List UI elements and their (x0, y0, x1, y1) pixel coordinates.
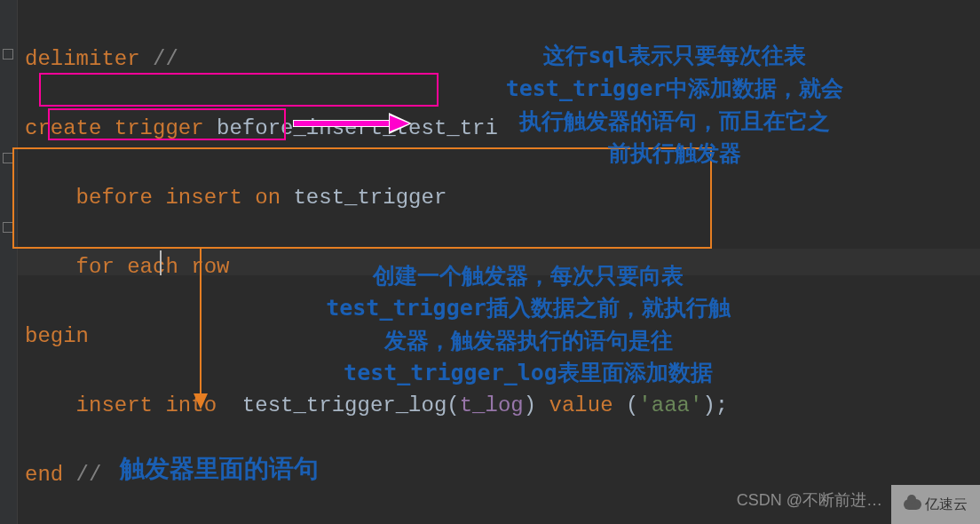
annotation-trigger-statement: 触发器里面的语句 (120, 453, 319, 485)
keyword-value: value (536, 393, 626, 417)
comment: // (63, 463, 101, 487)
keyword-delimiter: delimiter (25, 47, 140, 71)
gutter (0, 0, 18, 524)
string-literal: 'aaa' (638, 393, 702, 417)
annotation-sql-explanation: 这行sql表示只要每次往表 test_trigger中添加数据，就会 执行触发器… (457, 39, 892, 169)
arrow-orange-shaft-icon (200, 249, 202, 395)
code-line: insert into test_trigger_log(t_log) valu… (25, 388, 728, 423)
comment: // (140, 47, 178, 71)
highlight-box-before-insert (39, 73, 439, 107)
watermark-yisu: 亿速云 (891, 485, 980, 524)
keyword-begin: begin (25, 324, 89, 348)
annotation-trigger-creation: 创建一个触发器，每次只要向表 test_trigger插入数据之前，就执行触 发… (302, 259, 755, 389)
arrow-orange-head-icon (194, 393, 208, 409)
column-name: t_log (460, 393, 524, 417)
fold-icon (3, 49, 13, 60)
keyword-end: end (25, 463, 63, 487)
highlight-box-for-each-row (48, 108, 286, 140)
keyword-for-each-row: for each row (76, 255, 230, 279)
arrow-pink-icon (293, 116, 408, 131)
watermark-csdn: CSDN @不断前进… (737, 489, 882, 511)
text-cursor (160, 250, 162, 275)
cloud-icon (904, 499, 921, 510)
